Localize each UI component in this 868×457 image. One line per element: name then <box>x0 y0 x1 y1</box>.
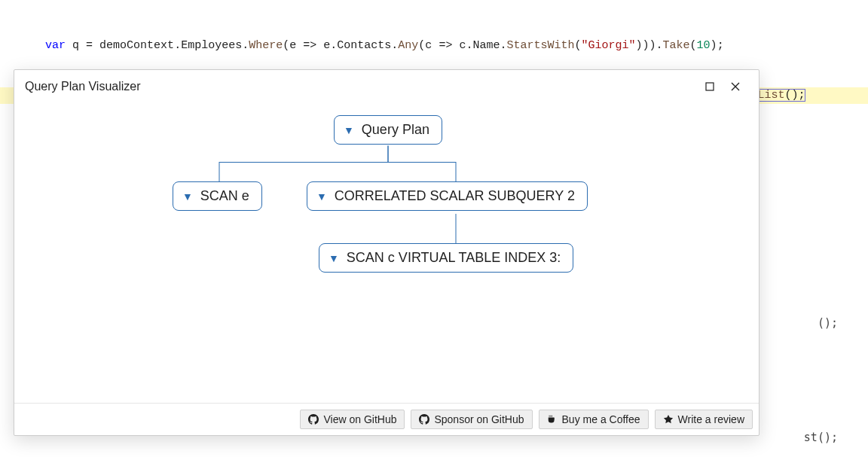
button-label: View on GitHub <box>323 413 396 425</box>
github-icon <box>419 414 429 425</box>
node-scan-e[interactable]: ▼ SCAN e <box>173 181 262 211</box>
button-label: Sponsor on GitHub <box>434 413 524 425</box>
background-code-fragment: (); <box>818 316 838 330</box>
panel-titlebar[interactable]: Query Plan Visualizer <box>14 70 759 103</box>
star-icon <box>663 414 674 425</box>
keyword-var: var <box>45 39 66 52</box>
node-query-plan[interactable]: ▼ Query Plan <box>334 115 442 145</box>
coffee-icon <box>547 414 558 425</box>
maximize-button[interactable] <box>697 76 723 97</box>
collapse-icon: ▼ <box>329 252 339 264</box>
node-label: SCAN c VIRTUAL TABLE INDEX 3: <box>347 250 561 266</box>
identifier: demoContext <box>99 39 174 52</box>
panel-title: Query Plan Visualizer <box>25 80 697 93</box>
collapse-icon: ▼ <box>182 190 193 203</box>
node-label: Query Plan <box>362 122 429 138</box>
code-line-1[interactable]: var q = demoContext.Employees.Where(e =>… <box>0 38 868 54</box>
view-on-github-button[interactable]: View on GitHub <box>300 410 405 429</box>
button-label: Write a review <box>678 413 744 425</box>
maximize-icon <box>705 82 714 91</box>
collapse-icon: ▼ <box>344 124 354 136</box>
button-label: Buy me a Coffee <box>562 413 640 425</box>
buy-coffee-button[interactable]: Buy me a Coffee <box>539 410 649 429</box>
close-icon <box>731 82 740 91</box>
node-scan-c[interactable]: ▼ SCAN c VIRTUAL TABLE INDEX 3: <box>319 243 573 273</box>
identifier: q <box>72 39 79 52</box>
collapse-icon: ▼ <box>316 190 327 203</box>
close-button[interactable] <box>723 76 748 97</box>
panel-body: ▼ Query Plan ▼ SCAN e ▼ CORRELATED SCALA… <box>14 103 759 403</box>
svg-rect-0 <box>706 83 714 90</box>
background-code-fragment: st(); <box>804 431 838 444</box>
node-correlated-subquery[interactable]: ▼ CORRELATED SCALAR SUBQUERY 2 <box>307 181 588 211</box>
node-label: SCAN e <box>200 188 249 204</box>
query-plan-visualizer-panel: Query Plan Visualizer ▼ Query Plan ▼ SCA… <box>14 69 760 436</box>
github-icon <box>308 414 319 425</box>
node-label: CORRELATED SCALAR SUBQUERY 2 <box>335 188 575 204</box>
write-review-button[interactable]: Write a review <box>655 410 753 429</box>
sponsor-on-github-button[interactable]: Sponsor on GitHub <box>411 410 532 429</box>
panel-footer: View on GitHub Sponsor on GitHub Buy me … <box>14 403 759 435</box>
